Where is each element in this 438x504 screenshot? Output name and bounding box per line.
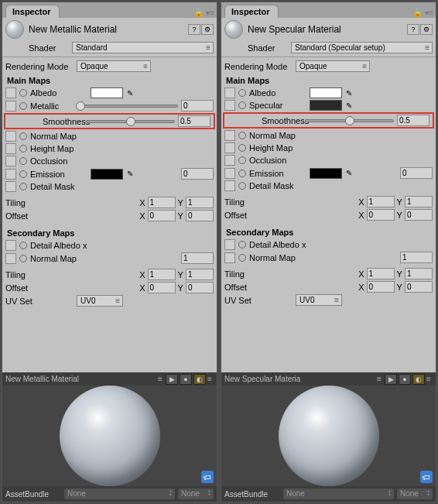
albedo-color[interactable] bbox=[91, 87, 123, 98]
detail-albedo-toggle[interactable] bbox=[19, 242, 27, 249]
material-preview[interactable]: 🏷 bbox=[2, 386, 217, 486]
inspector-tab[interactable]: Inspector bbox=[224, 5, 279, 18]
detail-albedo-texture-slot[interactable] bbox=[224, 239, 235, 250]
offset2-x[interactable]: 0 bbox=[148, 282, 176, 293]
eyedropper-icon[interactable]: ✎ bbox=[344, 87, 354, 98]
tiling2-x[interactable]: 1 bbox=[148, 269, 176, 280]
albedo-color[interactable] bbox=[310, 87, 342, 98]
inspector-tab[interactable]: Inspector bbox=[5, 5, 60, 18]
detailmask-toggle[interactable] bbox=[19, 183, 27, 190]
height-texture-slot[interactable] bbox=[5, 143, 16, 154]
emission-color[interactable] bbox=[91, 169, 123, 180]
normal2-texture-slot[interactable] bbox=[5, 253, 16, 264]
offset2-x[interactable]: 0 bbox=[367, 281, 395, 293]
detailmask-texture-slot[interactable] bbox=[224, 180, 235, 191]
panel-menu-icon[interactable]: ▾≡ bbox=[206, 9, 214, 17]
offset-y[interactable]: 0 bbox=[186, 210, 214, 221]
normal-texture-slot[interactable] bbox=[5, 131, 16, 142]
uvset-dropdown[interactable]: UV0 bbox=[296, 294, 342, 306]
eyedropper-icon[interactable]: ✎ bbox=[344, 168, 354, 179]
workflow-value[interactable]: 0 bbox=[181, 100, 214, 111]
normal2-value[interactable]: 1 bbox=[181, 252, 214, 264]
normal2-texture-slot[interactable] bbox=[224, 252, 235, 263]
albedo-texture-slot[interactable] bbox=[224, 87, 235, 98]
height-toggle[interactable] bbox=[19, 145, 27, 153]
material-preview[interactable]: 🏷 bbox=[221, 386, 436, 486]
tiling-x[interactable]: 1 bbox=[367, 196, 395, 207]
height-toggle[interactable] bbox=[238, 144, 246, 152]
rendering-mode-dropdown[interactable]: Opaque bbox=[296, 60, 370, 72]
tag-icon[interactable]: 🏷 bbox=[420, 471, 433, 483]
eyedropper-icon[interactable]: ✎ bbox=[125, 87, 135, 98]
eyedropper-icon[interactable]: ✎ bbox=[344, 100, 354, 111]
help-button[interactable]: ? bbox=[188, 24, 200, 35]
emission-toggle[interactable] bbox=[19, 170, 27, 178]
workflow-toggle[interactable] bbox=[238, 101, 246, 109]
play-icon[interactable]: ▶ bbox=[385, 374, 397, 385]
albedo-toggle[interactable] bbox=[238, 89, 246, 97]
tiling-y[interactable]: 1 bbox=[186, 197, 214, 208]
offset2-y[interactable]: 0 bbox=[405, 281, 433, 293]
height-texture-slot[interactable] bbox=[224, 142, 235, 153]
smoothness-value[interactable]: 0.5 bbox=[397, 115, 429, 126]
workflow-texture-slot[interactable] bbox=[224, 100, 235, 111]
workflow-texture-slot[interactable] bbox=[5, 101, 16, 111]
detailmask-texture-slot[interactable] bbox=[5, 181, 16, 192]
assetbundle-dropdown[interactable]: None bbox=[283, 489, 394, 499]
smoothness-slider[interactable] bbox=[86, 120, 175, 123]
normal-toggle[interactable] bbox=[19, 132, 27, 140]
settings-gear-icon[interactable]: ⚙ bbox=[201, 24, 214, 35]
normal-texture-slot[interactable] bbox=[224, 130, 235, 141]
emission-color[interactable] bbox=[310, 168, 342, 179]
settings-gear-icon[interactable]: ⚙ bbox=[420, 24, 433, 35]
albedo-toggle[interactable] bbox=[19, 89, 27, 97]
shader-dropdown[interactable]: Standard bbox=[72, 42, 214, 53]
sphere-shape-icon[interactable]: ● bbox=[399, 374, 411, 385]
normal2-toggle[interactable] bbox=[238, 254, 246, 262]
uvset-dropdown[interactable]: UV0 bbox=[77, 295, 123, 307]
shader-dropdown[interactable]: Standard (Specular setup) bbox=[291, 42, 433, 53]
tiling2-y[interactable]: 1 bbox=[405, 268, 433, 279]
preview-drag-icon[interactable]: ≡ bbox=[206, 375, 214, 383]
emission-texture-slot[interactable] bbox=[5, 169, 16, 180]
assetbundle-dropdown[interactable]: None bbox=[64, 489, 175, 499]
normal2-value[interactable]: 1 bbox=[400, 252, 433, 263]
detail-albedo-toggle[interactable] bbox=[238, 241, 246, 249]
smoothness-slider[interactable] bbox=[305, 119, 394, 122]
rendering-mode-dropdown[interactable]: Opaque bbox=[77, 60, 151, 72]
tiling2-x[interactable]: 1 bbox=[367, 268, 395, 279]
occlusion-toggle[interactable] bbox=[19, 157, 27, 165]
preview-drag-icon[interactable]: ≡ bbox=[425, 375, 433, 383]
preview-menu-icon[interactable]: ≡ bbox=[375, 375, 383, 383]
emission-value[interactable]: 0 bbox=[400, 167, 433, 179]
occlusion-texture-slot[interactable] bbox=[224, 155, 235, 166]
panel-menu-icon[interactable]: ▾≡ bbox=[425, 9, 433, 17]
normal-toggle[interactable] bbox=[238, 132, 246, 139]
offset2-y[interactable]: 0 bbox=[186, 282, 214, 293]
eyedropper-icon[interactable]: ✎ bbox=[125, 169, 135, 180]
occlusion-toggle[interactable] bbox=[238, 156, 246, 164]
emission-toggle[interactable] bbox=[238, 170, 246, 177]
lock-icon[interactable]: 🔒 bbox=[193, 8, 204, 18]
help-button[interactable]: ? bbox=[407, 24, 419, 35]
specular-color[interactable] bbox=[310, 100, 342, 111]
emission-texture-slot[interactable] bbox=[224, 168, 235, 179]
detailmask-toggle[interactable] bbox=[238, 182, 246, 190]
light-icon[interactable]: ◐ bbox=[412, 374, 425, 385]
smoothness-value[interactable]: 0.5 bbox=[178, 115, 210, 127]
tiling-x[interactable]: 1 bbox=[148, 197, 176, 208]
tag-icon[interactable]: 🏷 bbox=[201, 471, 214, 483]
offset-y[interactable]: 0 bbox=[405, 209, 433, 221]
occlusion-texture-slot[interactable] bbox=[5, 156, 16, 166]
albedo-texture-slot[interactable] bbox=[5, 87, 16, 98]
preview-menu-icon[interactable]: ≡ bbox=[156, 375, 164, 383]
emission-value[interactable]: 0 bbox=[181, 168, 214, 180]
normal2-toggle[interactable] bbox=[19, 255, 27, 262]
lock-icon[interactable]: 🔒 bbox=[412, 8, 423, 18]
workflow-toggle[interactable] bbox=[19, 102, 27, 110]
offset-x[interactable]: 0 bbox=[148, 210, 176, 221]
detail-albedo-texture-slot[interactable] bbox=[5, 240, 16, 251]
assetbundle-variant-dropdown[interactable]: None bbox=[178, 489, 214, 499]
offset-x[interactable]: 0 bbox=[367, 209, 395, 221]
sphere-shape-icon[interactable]: ● bbox=[180, 374, 192, 385]
